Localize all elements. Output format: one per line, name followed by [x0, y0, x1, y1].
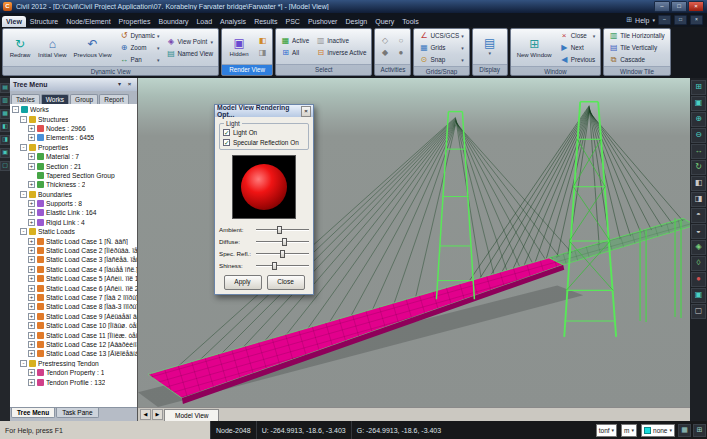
tree-item-static-load-case-3[interactable]: +Static Load Case 3 [Îáñëåä. ïåñ] [10, 255, 137, 264]
collapse-icon[interactable]: - [12, 106, 19, 113]
tree-item-static-load-case-12[interactable]: +Static Load Case 12 [Àâàðèéíîå] [10, 340, 137, 349]
top-view-icon[interactable]: ◓ [691, 208, 706, 223]
initial-view-button[interactable]: ⌂Initial View [35, 30, 70, 65]
tree-item-prestressing-tendon[interactable]: -Prestressing Tendon [10, 359, 137, 368]
task-pane-icon[interactable]: ▣ [0, 148, 10, 158]
zoom-out-icon[interactable]: ⊖ [691, 128, 706, 143]
expand-icon[interactable]: + [28, 219, 35, 226]
tab-scroll-right-icon[interactable]: ▶ [152, 409, 163, 420]
zoom-window-icon[interactable]: ⊞ [691, 80, 706, 95]
tables-pane-icon[interactable]: ▦ [0, 109, 10, 119]
previous-view-button[interactable]: ↶Previous View [71, 30, 115, 65]
expand-icon[interactable]: + [28, 153, 35, 160]
model-view-canvas[interactable]: Model View Rendering Opt... × Light ✓Lig… [138, 78, 690, 407]
expand-icon[interactable]: + [28, 266, 35, 273]
tree-item-elements-6455[interactable]: +Elements : 6455 [10, 133, 137, 142]
report-pane-icon[interactable]: ◨ [0, 135, 10, 145]
snap-button[interactable]: ⊙Snap▾ [417, 54, 465, 65]
tree-item-tapered-section-group[interactable]: Tapered Section Group [10, 171, 137, 180]
tree-item-static-load-case-9[interactable]: +Static Load Case 9 [Àëüáåäî âåòð] [10, 312, 137, 321]
tree-tab-group[interactable]: Group [70, 94, 98, 104]
model-pane-icon[interactable]: ▤ [0, 83, 10, 93]
tree-item-static-load-case-5-1[interactable]: +Static Load Case 5 [Àñèìì. ïîë 1] [10, 274, 137, 283]
slider-thumb[interactable] [277, 226, 282, 234]
menu-tab-pushover[interactable]: Pushover [304, 16, 342, 27]
collapse-icon[interactable]: - [20, 360, 27, 367]
tree-pane-icon[interactable]: ▥ [0, 96, 10, 106]
tile-horizontally-button[interactable]: ▥Tile Horizontally [607, 30, 667, 41]
pan-button[interactable]: ↔Pan▾ [118, 54, 162, 65]
tree-item-section-21[interactable]: +Section : 21 [10, 161, 137, 170]
tree-item-elastic-link-164[interactable]: +Elastic Link : 164 [10, 208, 137, 217]
collapse-icon[interactable]: - [20, 191, 27, 198]
expand-icon[interactable]: + [28, 125, 35, 132]
expand-icon[interactable]: + [28, 200, 35, 207]
tree-tab-report[interactable]: Report [99, 94, 129, 104]
zoom-button[interactable]: ⊕Zoom▾ [118, 42, 162, 53]
tree-item-static-load-case-10[interactable]: +Static Load Case 10 [Ïîâûø. òåìï] [10, 321, 137, 330]
tree-item-rigid-link-4[interactable]: +Rigid Link : 4 [10, 218, 137, 227]
minimize-button[interactable]: – [654, 1, 670, 12]
help-menu[interactable]: Help [635, 17, 649, 24]
activate-all-button[interactable]: ○ [394, 35, 407, 46]
slider-thumb[interactable] [282, 238, 287, 246]
expand-icon[interactable]: + [28, 209, 35, 216]
slider-thumb[interactable] [272, 262, 277, 270]
menu-tab-query[interactable]: Query [371, 16, 398, 27]
tree-item-static-load-case-8-3[interactable]: +Static Load Case 8 [Ïàâ-3 îïîðû] [10, 302, 137, 311]
menu-tab-node-element[interactable]: Node/Element [62, 16, 114, 27]
ucs-gcs-button[interactable]: ∠UCS/GCS▾ [417, 30, 465, 41]
expand-icon[interactable]: + [28, 322, 35, 329]
menu-tab-view[interactable]: View [2, 16, 26, 27]
expand-icon[interactable]: + [28, 275, 35, 282]
specular-reflection-on-checkbox[interactable]: ✓ [223, 139, 230, 146]
expand-icon[interactable]: + [28, 134, 35, 141]
zoom-fit-icon[interactable]: ▣ [691, 96, 706, 111]
expand-icon[interactable]: + [28, 294, 35, 301]
previous-button[interactable]: ◀Previous [558, 54, 598, 65]
tree-item-static-load-case-6-2[interactable]: +Static Load Case 6 [Àñèìì. ïîë 2] [10, 283, 137, 292]
hidden-button[interactable]: ▣Hidden [225, 30, 253, 63]
group-pane-icon[interactable]: ◧ [0, 122, 10, 132]
iso-view-icon[interactable]: ◈ [691, 240, 706, 255]
tree-item-static-load-case-4[interactable]: +Static Load Case 4 [Îáùåå îñë.] [10, 265, 137, 274]
snap-mode-select[interactable]: none ▾ [641, 424, 675, 437]
active-button[interactable]: ▦Active [279, 35, 311, 46]
right-view-icon[interactable]: ◨ [691, 192, 706, 207]
tree-tab-works[interactable]: Works [41, 94, 69, 104]
hidden-surface-icon[interactable]: ▣ [691, 288, 706, 303]
dialog-close-icon[interactable]: × [301, 106, 311, 117]
doc-restore-button[interactable]: □ [674, 15, 687, 25]
menu-tab-tools[interactable]: Tools [398, 16, 422, 27]
menu-tab-results[interactable]: Results [250, 16, 281, 27]
perspective-view-icon[interactable]: ◊ [691, 256, 706, 271]
tree-tab-tables[interactable]: Tables [11, 94, 40, 104]
expand-icon[interactable]: + [28, 285, 35, 292]
wireframe-icon[interactable]: ▢ [691, 304, 706, 319]
tree-item-nodes-2966[interactable]: +Nodes : 2966 [10, 124, 137, 133]
front-view-icon[interactable]: ◧ [691, 176, 706, 191]
status-grid-icon[interactable]: ▦ [678, 424, 691, 437]
menu-tab-properties[interactable]: Properties [115, 16, 155, 27]
tree-item-static-load-case-13[interactable]: +Static Load Case 13 [Ãîëîëåäíàÿ] [10, 349, 137, 358]
bottom-tab-task-pane[interactable]: Task Pane [56, 408, 98, 418]
inactive-button[interactable]: ▥Inactive [314, 35, 368, 46]
expand-icon[interactable]: + [28, 341, 35, 348]
tree-item-static-loads[interactable]: -Static Loads [10, 227, 137, 236]
tab-model-view[interactable]: Model View [164, 409, 219, 421]
tree-item-properties[interactable]: -Properties [10, 143, 137, 152]
tree-item-tendon-property-1[interactable]: +Tendon Property : 1 [10, 368, 137, 377]
bottom-tab-tree-menu[interactable]: Tree Menu [11, 408, 55, 418]
next-button[interactable]: ▶Next [558, 42, 598, 53]
grids-button[interactable]: ▦Grids▾ [417, 42, 465, 53]
named-view-button[interactable]: ▤Named View [165, 48, 216, 59]
all-button[interactable]: ⊞All [279, 47, 311, 58]
expand-icon[interactable]: + [28, 332, 35, 339]
close-button[interactable]: ×Close▾ [558, 30, 598, 41]
expand-icon[interactable]: + [28, 181, 35, 188]
expand-icon[interactable]: + [28, 369, 35, 376]
dialog-titlebar[interactable]: Model View Rendering Opt... × [215, 105, 313, 117]
new-window-button[interactable]: ⊞New Window [514, 30, 555, 65]
cascade-button[interactable]: ⧉Cascade [607, 54, 667, 65]
panel-close-icon[interactable]: × [125, 80, 134, 89]
